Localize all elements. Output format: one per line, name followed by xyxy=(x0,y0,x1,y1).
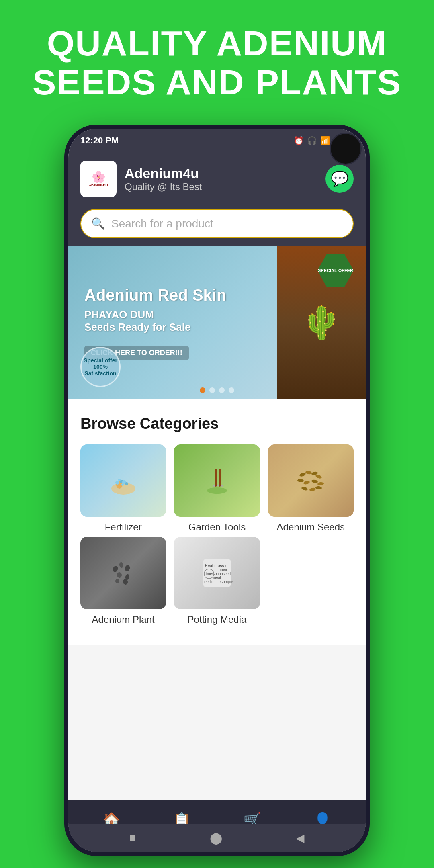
banner-image: SPECIAL OFFER 🌵 xyxy=(277,246,366,399)
svg-point-20 xyxy=(311,479,318,484)
android-nav: ■ ⬤ ◀ xyxy=(68,824,366,852)
categories-row-1: Fertilizer xyxy=(80,444,354,533)
svg-point-13 xyxy=(207,487,227,494)
category-garden-tools[interactable]: Garden Tools xyxy=(174,444,260,533)
category-potting-media[interactable]: Peat moss Bone meal Lime Cottonseed meal… xyxy=(174,537,260,625)
svg-rect-9 xyxy=(219,469,221,487)
android-recents-btn[interactable]: ■ xyxy=(129,831,136,844)
scrollable-content[interactable]: Adenium Red Skin PHAYAO DUM Seeds Ready … xyxy=(68,246,366,845)
categories-row-2: Adenium Plant Peat moss Bone meal Lime C… xyxy=(80,537,354,625)
logo-flower-icon: 🌸 xyxy=(92,170,106,184)
dot-3[interactable] xyxy=(219,387,225,393)
svg-text:meal: meal xyxy=(213,575,221,579)
category-adenium-seeds-image xyxy=(268,444,354,517)
brand-tagline: Quality @ Its Best xyxy=(125,181,202,192)
hero-title: QUALITY ADENIUM SEEDS AND PLANTS xyxy=(0,0,434,118)
svg-point-23 xyxy=(309,487,316,492)
whatsapp-button[interactable]: 💬 xyxy=(326,165,354,193)
category-fertilizer-label: Fertilizer xyxy=(105,522,142,533)
headphone-icon: 🎧 xyxy=(307,136,317,145)
alarm-icon: ⏰ xyxy=(294,136,304,145)
search-container: 🔍 Search for a product xyxy=(68,205,366,246)
svg-point-19 xyxy=(303,480,311,485)
search-icon: 🔍 xyxy=(91,217,105,230)
svg-rect-10 xyxy=(213,485,215,487)
svg-text:Compost: Compost xyxy=(220,580,233,584)
search-placeholder[interactable]: Search for a product xyxy=(111,217,213,230)
banner-body: Seeds Ready for Sale xyxy=(84,321,261,334)
dot-4[interactable] xyxy=(229,387,234,393)
whatsapp-icon: 💬 xyxy=(331,170,349,187)
svg-point-25 xyxy=(112,565,119,573)
phone-frame: 12:20 PM ⏰ 🎧 📶 ✱ 🔋 🌸 ADENIUM4U Adeni xyxy=(64,125,370,856)
offer-badge-hex: SPECIAL OFFER xyxy=(317,254,354,287)
svg-rect-12 xyxy=(221,485,223,487)
category-fertilizer[interactable]: Fertilizer xyxy=(80,444,166,533)
android-home-btn[interactable]: ⬤ xyxy=(210,831,222,845)
category-adenium-plant-label: Adenium Plant xyxy=(92,614,155,625)
svg-text:meal: meal xyxy=(220,567,228,571)
category-potting-media-label: Potting Media xyxy=(188,614,247,625)
banner-title: Adenium Red Skin xyxy=(84,285,261,305)
svg-point-2 xyxy=(115,481,119,485)
svg-rect-11 xyxy=(217,485,219,486)
app-logo: 🌸 ADENIUM4U xyxy=(80,161,117,197)
svg-point-14 xyxy=(299,472,306,477)
svg-point-27 xyxy=(124,565,131,572)
svg-point-30 xyxy=(115,579,119,584)
dot-1[interactable] xyxy=(200,387,205,393)
camera-bump xyxy=(330,133,362,165)
svg-text:Perlite: Perlite xyxy=(204,580,215,584)
signal-icon: 📶 xyxy=(320,136,330,145)
header-left: 🌸 ADENIUM4U Adenium4u Quality @ Its Best xyxy=(80,161,202,197)
svg-rect-8 xyxy=(215,469,217,487)
category-adenium-plant[interactable]: Adenium Plant xyxy=(80,537,166,625)
svg-point-22 xyxy=(301,486,309,491)
special-offer-label: Special offer xyxy=(84,357,117,364)
special-offer-bottom: Special offer 100% Satisfaction xyxy=(80,347,121,387)
svg-point-15 xyxy=(305,471,312,475)
brand-name: Adenium4u xyxy=(125,166,202,181)
android-back-btn[interactable]: ◀ xyxy=(296,831,305,845)
svg-point-28 xyxy=(117,572,122,578)
svg-point-18 xyxy=(297,479,304,482)
svg-point-7 xyxy=(121,483,124,486)
svg-point-6 xyxy=(125,482,128,485)
category-adenium-seeds-label: Adenium Seeds xyxy=(277,522,345,533)
svg-point-24 xyxy=(315,486,322,489)
satisfaction-label: 100% Satisfaction xyxy=(82,364,119,377)
banner-dots xyxy=(200,387,234,393)
section-title: Browse Categories xyxy=(80,415,354,432)
svg-point-21 xyxy=(317,482,324,485)
logo-text: ADENIUM4U xyxy=(89,184,108,187)
categories-section: Browse Categories xyxy=(68,399,366,645)
category-garden-tools-label: Garden Tools xyxy=(188,522,246,533)
svg-point-17 xyxy=(315,474,322,479)
svg-point-26 xyxy=(119,562,124,568)
promo-banner[interactable]: Adenium Red Skin PHAYAO DUM Seeds Ready … xyxy=(68,246,366,399)
special-offer-badge: SPECIAL OFFER xyxy=(317,254,354,287)
special-offer-circle: Special offer 100% Satisfaction xyxy=(80,347,121,387)
offer-badge-text: SPECIAL OFFER xyxy=(318,268,353,273)
dot-2[interactable] xyxy=(209,387,215,393)
svg-text:Lime: Lime xyxy=(204,572,212,576)
svg-point-4 xyxy=(118,479,121,481)
phone-screen: 12:20 PM ⏰ 🎧 📶 ✱ 🔋 🌸 ADENIUM4U Adeni xyxy=(68,129,366,852)
status-time: 12:20 PM xyxy=(80,135,119,146)
category-adenium-seeds[interactable]: Adenium Seeds xyxy=(268,444,354,533)
banner-subtitle: PHAYAO DUM xyxy=(84,309,261,321)
search-bar[interactable]: 🔍 Search for a product xyxy=(80,209,354,238)
category-fertilizer-image xyxy=(80,444,166,517)
category-adenium-plant-image xyxy=(80,537,166,609)
app-title: Adenium4u Quality @ Its Best xyxy=(125,166,202,192)
status-bar: 12:20 PM ⏰ 🎧 📶 ✱ 🔋 xyxy=(68,129,366,153)
category-garden-tools-image xyxy=(174,444,260,517)
category-potting-media-image: Peat moss Bone meal Lime Cottonseed meal… xyxy=(174,537,260,609)
app-header: 🌸 ADENIUM4U Adenium4u Quality @ Its Best… xyxy=(68,153,366,205)
